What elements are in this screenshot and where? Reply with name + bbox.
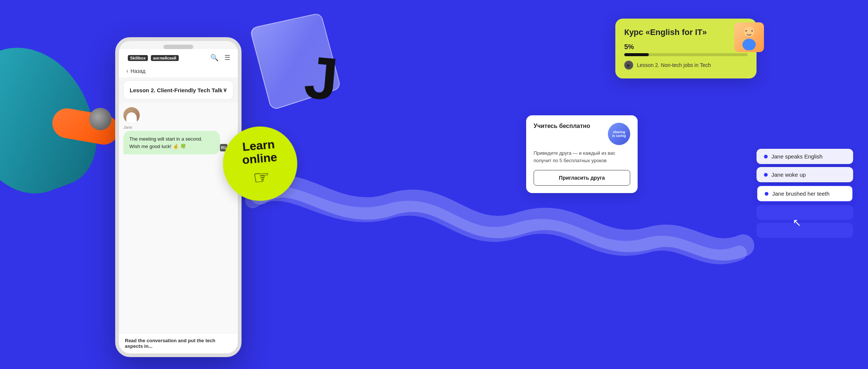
search-icon[interactable]: 🔍 (210, 54, 218, 62)
svg-point-1 (742, 39, 756, 50)
quiz-dot-2 (764, 173, 768, 177)
chat-area: Jane The meeting will start in a second.… (119, 103, 238, 333)
hand-pointer-icon: ☞ (252, 166, 271, 189)
quiz-option-2[interactable]: Jane woke up (757, 167, 853, 182)
menu-icon[interactable]: ☰ (224, 54, 230, 62)
phone-header-icons: 🔍 ☰ (210, 54, 230, 62)
course-progress-percent: 5% (624, 43, 748, 51)
course-thumbnail (734, 22, 764, 52)
play-icon[interactable]: ▶ (624, 61, 633, 70)
avatar-body (126, 112, 137, 123)
course-progress-fill (624, 53, 649, 56)
quiz-option-3-text: Jane brushed her teeth (772, 190, 829, 197)
invite-friend-button[interactable]: Пригласить друга (534, 170, 630, 186)
phone-mockup: Skillbox английский 🔍 ☰ ‹ Назад Lesson 2… (115, 37, 242, 357)
back-label: Назад (130, 68, 145, 74)
phone-bottom-text: Read the conversation and put the tech a… (119, 333, 238, 353)
share-card: Учитесь бесплатно sharing is caring Прив… (526, 115, 638, 193)
quiz-option-1-text: Jane speaks English (771, 153, 823, 160)
quiz-option-1[interactable]: Jane speaks English (757, 149, 853, 164)
svg-point-2 (745, 30, 747, 32)
share-card-header: Учитесь бесплатно sharing is caring (534, 123, 630, 145)
chat-message: The meeting will start in a second. Wish… (129, 136, 203, 149)
quiz-dot-3 (765, 192, 768, 196)
cursor-icon: ↖ (793, 216, 801, 229)
chat-username: Jane (123, 125, 233, 129)
share-card-title: Учитесь бесплатно (534, 123, 590, 129)
learn-text: Learn online (240, 138, 278, 167)
chevron-down-icon: ∨ (223, 87, 227, 93)
quiz-dot-1 (764, 155, 768, 158)
course-progress-bar (624, 53, 748, 56)
lesson-title: Lesson 2. Client-Friendly Tech Talk (130, 87, 223, 93)
avatar (123, 107, 140, 123)
brand-name: Skillbox (128, 55, 148, 61)
quiz-area: Jane speaks English Jane woke up Jane br… (757, 149, 853, 238)
gray-circle-shape (89, 108, 111, 130)
phone-header: Skillbox английский 🔍 ☰ (119, 49, 238, 65)
scene: J Skillbox английский 🔍 ☰ ‹ Назад Lesson… (0, 0, 868, 369)
j-letter: J (302, 47, 340, 109)
course-lesson-row: ▶ Lesson 2. Non-tech jobs in Tech (624, 61, 748, 70)
quiz-option-2-text: Jane woke up (771, 171, 806, 178)
language-badge[interactable]: английский (151, 55, 179, 61)
back-button[interactable]: ‹ Назад (119, 65, 238, 77)
course-lesson-label: Lesson 2. Non-tech jobs in Tech (637, 62, 711, 68)
quiz-option-blank-2 (757, 223, 853, 238)
phone-brand: Skillbox английский (126, 55, 179, 61)
course-card: Курс «English for IT» 5% ▶ Lesson 2. Non… (615, 19, 757, 78)
quiz-option-3[interactable]: Jane brushed her teeth (757, 185, 853, 202)
quiz-option-blank-1 (757, 205, 853, 220)
chat-bubble: The meeting will start in a second. Wish… (123, 131, 220, 154)
course-title: Курс «English for IT» (624, 28, 748, 37)
back-arrow-icon: ‹ (126, 68, 128, 74)
sharing-badge: sharing is caring (608, 123, 630, 145)
thumbnail-illustration (734, 22, 764, 52)
share-card-body: Приведите друга — и каждый из вас получи… (534, 150, 630, 164)
svg-point-3 (751, 30, 753, 32)
lesson-card[interactable]: Lesson 2. Client-Friendly Tech Talk ∨ (123, 80, 233, 100)
phone-notch (163, 45, 193, 49)
